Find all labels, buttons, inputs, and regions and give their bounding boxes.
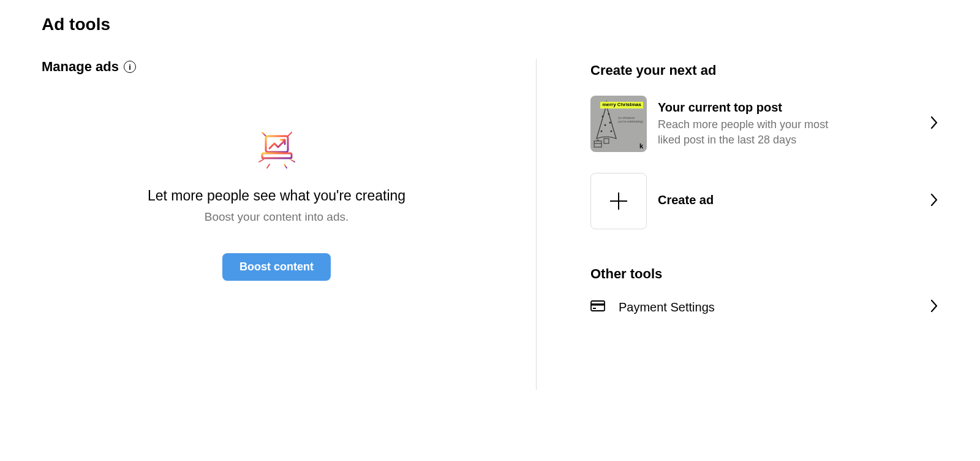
svg-point-12 bbox=[602, 116, 604, 118]
create-ad-thumbnail bbox=[590, 173, 647, 229]
manage-ads-heading: Manage ads i bbox=[42, 59, 511, 75]
thumb-tiny-text: (or whateveryou're celebrating) bbox=[618, 116, 643, 123]
svg-rect-22 bbox=[593, 308, 596, 309]
svg-line-5 bbox=[267, 164, 270, 168]
payment-settings-label: Payment Settings bbox=[619, 300, 916, 314]
svg-point-15 bbox=[609, 122, 611, 124]
top-post-subtitle: Reach more people with your most liked p… bbox=[658, 117, 842, 147]
svg-line-3 bbox=[259, 159, 263, 162]
create-ad-title: Create ad bbox=[658, 193, 919, 207]
svg-line-4 bbox=[290, 159, 295, 162]
svg-line-1 bbox=[262, 132, 266, 136]
svg-point-17 bbox=[611, 131, 612, 132]
other-tools-heading: Other tools bbox=[590, 266, 938, 282]
svg-rect-21 bbox=[591, 303, 605, 306]
empty-state-title: Let more people see what you're creating bbox=[148, 188, 405, 204]
chevron-right-icon bbox=[930, 299, 938, 315]
payment-settings-row[interactable]: Payment Settings bbox=[590, 299, 938, 315]
boost-content-button[interactable]: Boost content bbox=[222, 253, 331, 281]
svg-rect-20 bbox=[591, 301, 605, 311]
top-post-thumbnail: merry Christmas (or whateveryou're celeb… bbox=[590, 96, 647, 152]
page-title: Ad tools bbox=[42, 15, 938, 34]
manage-ads-panel: Manage ads i bbox=[42, 59, 536, 390]
svg-point-13 bbox=[608, 113, 610, 115]
info-icon[interactable]: i bbox=[124, 61, 136, 73]
svg-rect-10 bbox=[594, 141, 601, 147]
manage-ads-heading-text: Manage ads bbox=[42, 59, 119, 75]
boost-illustration-icon bbox=[252, 124, 301, 173]
plus-icon bbox=[608, 191, 629, 211]
create-panel: Create your next ad bbox=[537, 59, 938, 390]
svg-rect-9 bbox=[604, 139, 609, 143]
credit-card-icon bbox=[590, 300, 605, 314]
create-ad-row[interactable]: Create ad bbox=[590, 173, 938, 229]
svg-point-16 bbox=[601, 131, 603, 132]
chevron-right-icon bbox=[930, 193, 938, 209]
empty-state: Let more people see what you're creating… bbox=[42, 124, 511, 281]
svg-line-2 bbox=[288, 132, 292, 136]
empty-state-subtitle: Boost your content into ads. bbox=[205, 210, 349, 224]
create-next-ad-heading: Create your next ad bbox=[590, 63, 938, 78]
svg-rect-8 bbox=[262, 153, 292, 158]
thumb-corner-mark: k bbox=[639, 142, 643, 150]
svg-line-6 bbox=[284, 164, 287, 168]
thumb-badge-text: merry Christmas bbox=[600, 102, 643, 109]
svg-point-14 bbox=[605, 124, 606, 126]
top-post-title: Your current top post bbox=[658, 101, 919, 115]
top-post-row[interactable]: merry Christmas (or whateveryou're celeb… bbox=[590, 96, 938, 152]
chevron-right-icon bbox=[930, 116, 938, 132]
